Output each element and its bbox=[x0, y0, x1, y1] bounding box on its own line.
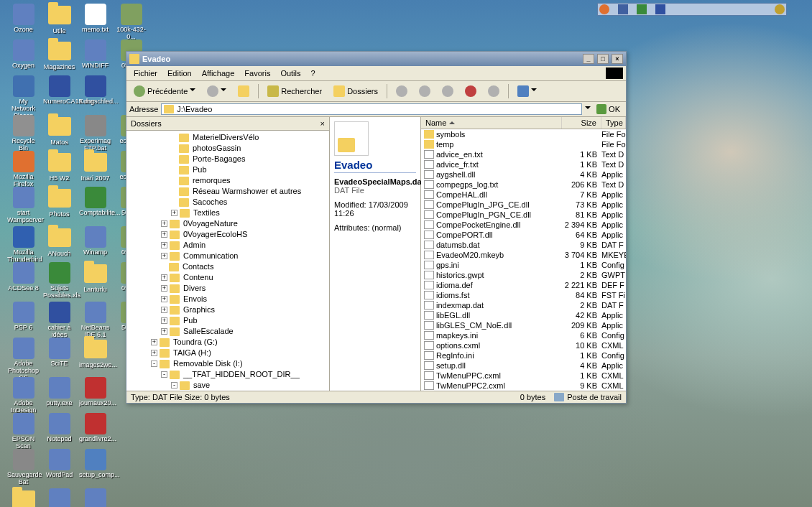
go-button[interactable]: OK bbox=[594, 103, 623, 115]
menu-fichier[interactable]: Fichier bbox=[129, 68, 162, 79]
file-row[interactable]: TwMenuPPC.cxml1 KBCXML bbox=[421, 371, 626, 381]
close-pane-button[interactable]: × bbox=[320, 119, 325, 128]
file-row[interactable]: options.cxml10 KBCXML bbox=[421, 340, 626, 350]
tree-node[interactable]: remorques bbox=[126, 175, 329, 186]
app-icon[interactable] bbox=[618, 4, 628, 14]
tree-node[interactable]: Contacts bbox=[126, 261, 329, 272]
up-button[interactable] bbox=[234, 83, 254, 99]
maximize-button[interactable]: □ bbox=[597, 54, 609, 64]
menu-edition[interactable]: Edition bbox=[163, 68, 196, 79]
desktop-icon[interactable]: Oxygen bbox=[7, 39, 40, 70]
desktop-icon[interactable]: Kungschled... bbox=[79, 75, 111, 106]
desktop-icon[interactable]: Sujets Possibles.xls bbox=[43, 262, 75, 299]
chevron-down-icon[interactable] bbox=[190, 88, 195, 94]
search-button[interactable]: Rechercher bbox=[263, 83, 326, 99]
tree-node[interactable]: +Admin bbox=[126, 240, 329, 251]
column-headers[interactable]: Name Size Type bbox=[421, 117, 626, 129]
file-row[interactable]: libEGL.dll42 KBApplic bbox=[421, 310, 626, 320]
tree-node[interactable]: +Contenu bbox=[126, 272, 329, 283]
folders-button[interactable]: Dossiers bbox=[329, 83, 382, 99]
folder-tree[interactable]: MaterielDiversVélophotosGassinPorte-Baga… bbox=[126, 131, 329, 391]
file-row[interactable]: indexmap.dat2 KBDAT F bbox=[421, 300, 626, 310]
desktop-icon[interactable]: cahier à idées bbox=[43, 302, 75, 339]
tree-node[interactable]: +Envois bbox=[126, 294, 329, 304]
tree-node[interactable]: +Textiles bbox=[126, 208, 329, 218]
desktop-icon[interactable]: ANouch bbox=[43, 226, 75, 258]
file-row[interactable]: aygshell.dll4 KBApplic bbox=[421, 169, 626, 180]
desktop-icon[interactable]: images2we... bbox=[79, 338, 111, 369]
tree-node[interactable]: +Graphics bbox=[126, 304, 329, 315]
tree-node[interactable]: -__TFAT_HIDDEN_ROOT_DIR__ bbox=[126, 369, 329, 380]
desktop-icon[interactable]: WINDIFF bbox=[79, 39, 111, 70]
close-button[interactable]: × bbox=[612, 54, 623, 64]
file-row[interactable]: RegInfo.ini1 KBConfig bbox=[421, 350, 626, 361]
desktop-icon[interactable]: Utile bbox=[43, 4, 75, 35]
desktop-icon[interactable]: ACDSee 8 bbox=[7, 262, 40, 292]
desktop-icon[interactable]: sav bbox=[7, 488, 40, 507]
move-button[interactable] bbox=[415, 83, 435, 99]
desktop-icon[interactable]: NetBeans IDE 6.1 bbox=[79, 302, 111, 339]
desktop-icon[interactable]: Convert bbox=[43, 488, 75, 507]
desktop-icon[interactable]: Winamp bbox=[79, 226, 111, 256]
refresh-icon[interactable] bbox=[775, 4, 785, 14]
file-row[interactable]: CompePORT.dll64 KBApplic bbox=[421, 230, 626, 240]
tree-node[interactable]: Porte-Bagages bbox=[126, 154, 329, 164]
desktop-icon[interactable]: My Network Places bbox=[7, 75, 40, 120]
desktop-icon[interactable]: Mozilla Thunderbird bbox=[7, 226, 40, 264]
column-type[interactable]: Type bbox=[601, 117, 626, 129]
file-row[interactable]: mapkeys.ini6 KBConfig bbox=[421, 330, 626, 340]
desktop-icon[interactable]: H5 W2 bbox=[43, 151, 75, 182]
chevron-down-icon[interactable] bbox=[531, 88, 537, 94]
desktop-icon[interactable]: journaux20... bbox=[79, 377, 111, 407]
file-row[interactable]: advice_en.txt1 KBText D bbox=[421, 149, 626, 159]
file-row[interactable]: advice_fr.txt1 KBText D bbox=[421, 159, 626, 169]
desktop-icon[interactable]: Inari 2007 bbox=[79, 151, 111, 182]
tree-node[interactable]: +0VoyagerEcoloHS bbox=[126, 229, 329, 240]
file-row[interactable]: symbolsFile Fo bbox=[421, 129, 626, 139]
title-bar[interactable]: Evadeo _ □ × bbox=[126, 52, 626, 66]
desktop-icon[interactable]: Ozone bbox=[7, 4, 40, 34]
minimize-button[interactable]: _ bbox=[583, 54, 594, 64]
desktop-icon[interactable]: Sauvegarde Bat bbox=[7, 449, 40, 486]
desktop-icon[interactable]: grandlivre2... bbox=[79, 413, 111, 443]
forward-button[interactable] bbox=[203, 83, 231, 99]
file-row[interactable]: EvadeoM20.mkeyb3 704 KBMKEYE bbox=[421, 250, 626, 260]
desktop-icon[interactable]: CompeGPS LAND bbox=[79, 488, 111, 507]
column-name[interactable]: Name bbox=[421, 117, 562, 129]
tree-node[interactable]: +SalleEscalade bbox=[126, 326, 329, 337]
desktop-icon[interactable]: putty.exe bbox=[43, 377, 75, 407]
file-row[interactable]: TwMenuPPC2.cxml9 KBCXML bbox=[421, 381, 626, 391]
tree-node[interactable]: photosGassin bbox=[126, 143, 329, 154]
tree-node[interactable]: Pub bbox=[126, 164, 329, 175]
desktop-icon[interactable]: Magazines bbox=[43, 39, 75, 71]
file-row[interactable]: idioma.def2 221 KBDEF F bbox=[421, 280, 626, 290]
file-row[interactable]: CompePlugIn_PGN_CE.dll81 KBApplic bbox=[421, 210, 626, 220]
excel-icon[interactable] bbox=[637, 4, 647, 14]
desktop-icon[interactable]: Experimag FTP.bat bbox=[79, 115, 111, 152]
file-row[interactable]: setup.dll4 KBApplic bbox=[421, 361, 626, 371]
history-button[interactable] bbox=[392, 83, 412, 99]
tree-node[interactable]: Sacoches bbox=[126, 197, 329, 208]
desktop-icon[interactable]: Matos bbox=[43, 115, 75, 146]
tree-node[interactable]: +TAIGA (H:) bbox=[126, 348, 329, 358]
desktop-icon[interactable]: start Wampserver bbox=[7, 187, 40, 224]
file-row[interactable]: datumsb.dat9 KBDAT F bbox=[421, 240, 626, 250]
desktop-icon[interactable]: EPSON Scan bbox=[7, 413, 40, 450]
address-field[interactable]: J:\Evadeo bbox=[161, 103, 582, 115]
file-row[interactable]: tempFile Fo bbox=[421, 139, 626, 149]
desktop-icon[interactable]: Comptabilite... bbox=[79, 187, 111, 217]
file-row[interactable]: historics.gwpt2 KBGWPT bbox=[421, 270, 626, 280]
tree-node[interactable]: -save bbox=[126, 380, 329, 391]
tree-node[interactable]: +Divers bbox=[126, 283, 329, 294]
desktop-icon[interactable]: 100k-432-0... bbox=[115, 4, 147, 41]
tree-node[interactable]: +Toundra (G:) bbox=[126, 337, 329, 348]
word-icon[interactable] bbox=[655, 4, 665, 14]
desktop-icon[interactable]: Lanturlu bbox=[79, 262, 111, 294]
desktop-icon[interactable]: PSP 6 bbox=[7, 302, 40, 332]
desktop-icon[interactable]: Recycle Bin bbox=[7, 115, 40, 152]
back-button[interactable]: Précédente bbox=[129, 83, 200, 99]
desktop-icon[interactable]: Photos bbox=[43, 187, 75, 218]
desktop-icon[interactable]: NumeroCA15.doc bbox=[43, 75, 75, 106]
tree-node[interactable]: -Removable Disk (I:) bbox=[126, 358, 329, 369]
menu-favoris[interactable]: Favoris bbox=[240, 68, 274, 79]
